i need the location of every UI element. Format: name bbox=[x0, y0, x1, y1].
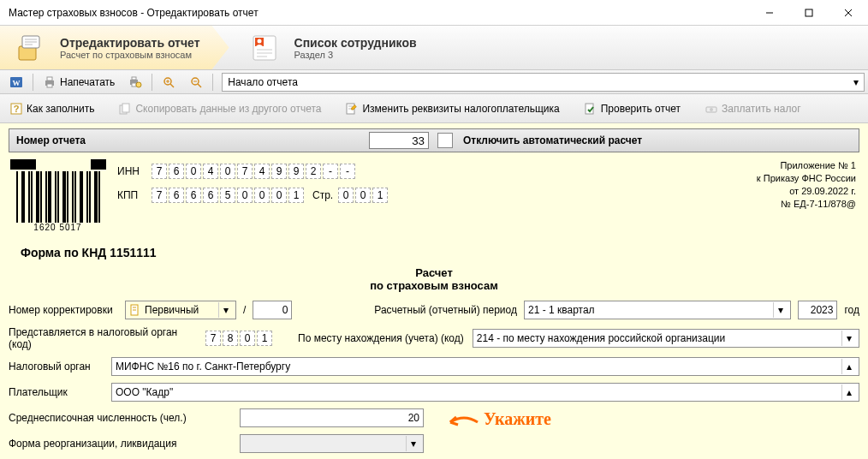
tax-org-code-label: Представляется в налоговый орган (код) bbox=[9, 326, 197, 350]
period-select[interactable]: 21 - 1 квартал ▾ bbox=[524, 301, 791, 319]
chevron-up-icon: ▴ bbox=[841, 384, 855, 400]
word-export-button[interactable]: W bbox=[3, 73, 29, 92]
svg-text:?: ? bbox=[14, 104, 20, 114]
kpp-label: КПП bbox=[117, 189, 152, 201]
chevron-down-icon: ▾ bbox=[841, 331, 855, 346]
window-titlebar: Мастер страховых взносов - Отредактирова… bbox=[0, 0, 868, 26]
chevron-down-icon: ▾ bbox=[853, 76, 859, 88]
annotation-text: Укажите bbox=[484, 409, 551, 428]
toolbar-actions: ? Как заполнить Скопировать данные из др… bbox=[0, 94, 868, 123]
print-button[interactable]: Напечатать bbox=[37, 73, 121, 92]
wizard-step-edit-report[interactable]: Отредактировать отчет Расчет по страховы… bbox=[0, 26, 212, 69]
svg-line-25 bbox=[170, 84, 174, 87]
section-selector[interactable]: Начало отчета ▾ bbox=[222, 73, 865, 92]
year-label: год bbox=[844, 304, 859, 316]
window-title: Мастер страховых взносов - Отредактирова… bbox=[0, 7, 750, 19]
reorg-form-select[interactable]: ▾ bbox=[240, 434, 424, 453]
minimize-button[interactable] bbox=[750, 0, 789, 26]
wizard-step1-title: Отредактировать отчет bbox=[60, 36, 200, 50]
correction-number-input[interactable]: 0 bbox=[253, 301, 292, 319]
check-report-label: Проверить отчет bbox=[601, 103, 681, 115]
toolbar-separator bbox=[33, 74, 33, 91]
annotation-arrow: Укажите bbox=[445, 409, 551, 431]
maximize-button[interactable] bbox=[789, 0, 829, 26]
payer-value: ООО "Кадр" bbox=[116, 386, 173, 398]
tax-org-label: Налоговый орган bbox=[9, 361, 103, 373]
reorg-form-label: Форма реорганизации, ликвидация bbox=[9, 438, 231, 450]
avg-headcount-input[interactable]: 20 bbox=[240, 408, 424, 427]
tax-org-value: МИФНС №16 по г. Санкт-Петербургу bbox=[116, 361, 290, 373]
barcode-number: 1620 5017 bbox=[9, 223, 107, 232]
place-code-label: По месту нахождения (учета) (код) bbox=[298, 332, 464, 344]
toolbar-separator bbox=[212, 74, 213, 91]
edit-taxpayer-button[interactable]: Изменить реквизиты налогоплательщика bbox=[339, 99, 565, 118]
how-to-fill-button[interactable]: ? Как заполнить bbox=[3, 99, 100, 118]
barcode: 1620 5017 bbox=[9, 159, 107, 232]
print-settings-button[interactable] bbox=[122, 73, 148, 92]
print-label: Напечатать bbox=[60, 76, 115, 88]
copy-from-report-button: Скопировать данные из другого отчета bbox=[112, 99, 327, 118]
tax-org-select[interactable]: МИФНС №16 по г. Санкт-Петербургу ▴ bbox=[111, 357, 859, 376]
report-number-label: Номер отчета bbox=[9, 134, 369, 146]
correction-number-label: Номер корректировки bbox=[9, 304, 118, 316]
close-button[interactable] bbox=[829, 0, 868, 26]
svg-text:W: W bbox=[13, 79, 21, 87]
chevron-up-icon: ▴ bbox=[841, 359, 855, 374]
edit-report-icon bbox=[12, 29, 50, 67]
form-knd: Форма по КНД 1151111 bbox=[21, 246, 859, 259]
payer-label: Плательщик bbox=[9, 386, 103, 398]
svg-rect-21 bbox=[132, 77, 136, 80]
svg-point-23 bbox=[136, 82, 141, 87]
svg-rect-34 bbox=[122, 104, 129, 112]
wizard-step2-title: Список сотрудников bbox=[294, 36, 417, 50]
report-header-row: Номер отчета Отключить автоматический ра… bbox=[9, 128, 859, 152]
wizard-step2-sub: Раздел 3 bbox=[294, 50, 417, 60]
pay-tax-button: Заплатить налог bbox=[699, 99, 807, 118]
inn-label: ИНН bbox=[117, 165, 152, 177]
document-icon bbox=[129, 304, 141, 316]
svg-point-40 bbox=[710, 108, 713, 111]
svg-line-29 bbox=[198, 84, 201, 87]
autocalc-off-label: Отключить автоматический расчет bbox=[463, 134, 642, 146]
svg-rect-1 bbox=[806, 9, 812, 16]
correction-kind-select[interactable]: Первичный ▾ bbox=[125, 301, 236, 319]
chevron-down-icon: ▾ bbox=[406, 436, 419, 451]
svg-rect-19 bbox=[47, 84, 52, 87]
svg-rect-18 bbox=[47, 77, 52, 80]
chevron-down-icon: ▾ bbox=[218, 302, 232, 318]
toolbar-separator bbox=[152, 74, 152, 91]
wizard-step-employees[interactable]: Список сотрудников Раздел 3 bbox=[212, 26, 429, 69]
report-body: Номер отчета Отключить автоматический ра… bbox=[0, 123, 868, 459]
toolbar-main: W Напечатать Начало отчета ▾ bbox=[0, 70, 868, 94]
period-label: Расчетный (отчетный) период bbox=[374, 304, 517, 316]
check-report-button[interactable]: Проверить отчет bbox=[578, 99, 687, 118]
zoom-in-button[interactable] bbox=[156, 73, 181, 92]
place-code-value: 214 - по месту нахождения российской орг… bbox=[477, 332, 725, 344]
employees-icon bbox=[247, 29, 284, 67]
payer-select[interactable]: ООО "Кадр" ▴ bbox=[111, 383, 859, 402]
pay-tax-label: Заплатить налог bbox=[722, 103, 801, 115]
wizard-steps: Отредактировать отчет Расчет по страховы… bbox=[0, 26, 868, 70]
kpp-cells[interactable]: 766650001 bbox=[152, 188, 304, 203]
report-number-input[interactable] bbox=[369, 132, 429, 149]
annex-reference: Приложение № 1 к Приказу ФНС России от 2… bbox=[757, 159, 859, 232]
edit-taxpayer-label: Изменить реквизиты налогоплательщика bbox=[362, 103, 559, 115]
place-code-select[interactable]: 214 - по месту нахождения российской орг… bbox=[473, 329, 859, 348]
chevron-down-icon: ▾ bbox=[773, 302, 787, 318]
autocalc-off-checkbox[interactable] bbox=[437, 133, 453, 148]
svg-rect-22 bbox=[132, 83, 136, 86]
copy-from-report-label: Скопировать данные из другого отчета bbox=[135, 103, 321, 115]
zoom-out-button[interactable] bbox=[183, 73, 209, 92]
page-label: Стр. bbox=[312, 189, 333, 201]
report-title: Расчет bbox=[9, 266, 859, 279]
report-subtitle: по страховым взносам bbox=[9, 279, 859, 292]
year-input[interactable]: 2023 bbox=[798, 301, 837, 319]
correction-kind-value: Первичный bbox=[145, 304, 199, 316]
tax-org-code-cells[interactable]: 7801 bbox=[205, 331, 272, 346]
period-value: 21 - 1 квартал bbox=[528, 304, 595, 316]
inn-cells[interactable]: 7604074992-- bbox=[152, 164, 355, 179]
page-cells: 001 bbox=[338, 188, 388, 203]
avg-headcount-label: Среднесписочная численность (чел.) bbox=[9, 412, 231, 424]
how-to-fill-label: Как заполнить bbox=[27, 103, 94, 115]
section-selector-value: Начало отчета bbox=[228, 76, 298, 88]
